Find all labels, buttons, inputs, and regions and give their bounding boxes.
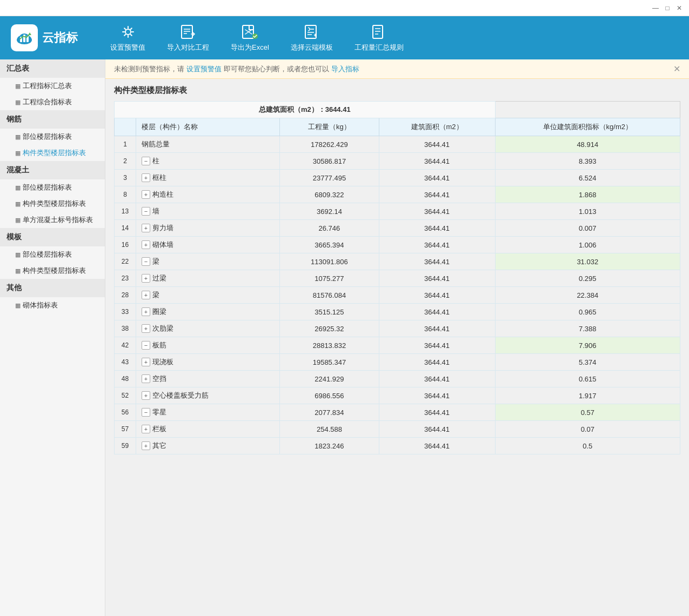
row-area-8: 3644.41 [379,270,495,287]
row-index-13: 5.374 [495,354,680,371]
table-row: 3+框柱23777.4953644.416.524 [115,170,680,186]
excel-icon [241,23,258,41]
table-row: 57+栏板254.5883644.410.07 [115,421,680,438]
row-qty-16: 2077.834 [280,404,379,421]
row-qty-18: 1823.246 [280,438,379,454]
minimize-button[interactable]: — [650,3,661,14]
row-num-9: 28 [115,287,136,304]
expand-button-15[interactable]: + [142,391,150,400]
expand-button-8[interactable]: + [142,274,150,283]
expand-button-5[interactable]: + [142,224,150,232]
row-index-15: 1.917 [495,387,680,404]
row-name-8: +过梁 [136,270,280,287]
sidebar-item-steel-floor[interactable]: ▦ 部位楼层指标表 [0,129,105,145]
expand-button-3[interactable]: + [142,190,150,199]
row-qty-17: 254.588 [280,421,379,438]
sidebar-item-formwork-component[interactable]: ▦ 构件类型楼层指标表 [0,263,105,279]
collapse-button-1[interactable]: − [142,157,150,165]
table-row: 2−柱30586.8173644.418.393 [115,153,680,170]
row-name-18: +其它 [136,438,280,454]
sidebar-item-summary-comprehensive[interactable]: ▦ 工程综合指标表 [0,94,105,110]
data-table: 总建筑面积（m2）：3644.41 楼层（构件）名称 工程量（kg） 建筑面积（… [114,101,680,454]
row-num-2: 3 [115,170,136,186]
alert-close-button[interactable]: ✕ [673,64,680,74]
logo-area: 云指标 [11,24,78,51]
sidebar-item-concrete-floor[interactable]: ▦ 部位楼层指标表 [0,179,105,196]
collapse-button-12[interactable]: − [142,341,150,350]
row-num-12: 42 [115,337,136,354]
row-index-18: 0.5 [495,438,680,454]
alert-link-set-alert[interactable]: 设置预警值 [186,64,222,74]
row-num-3: 8 [115,186,136,203]
sidebar-item-steel-component[interactable]: ▦ 构件类型楼层指标表 [0,145,105,161]
collapse-button-16[interactable]: − [142,408,150,417]
row-num-6: 16 [115,237,136,253]
row-name-5: +剪力墙 [136,220,280,237]
alert-link-import[interactable]: 导入指标 [331,64,359,74]
toolbar: 设置预警值 导入对比工程 导出为Excel [110,23,404,52]
expand-button-6[interactable]: + [142,240,150,249]
table-title: 构件类型楼层指标表 [114,85,680,96]
table-icon-3: ▦ [15,133,21,140]
toolbar-select-template-label: 选择云端模板 [291,43,333,52]
col-header-qty: 工程量（kg） [280,118,379,136]
collapse-button-7[interactable]: − [142,257,150,266]
main-container: 汇总表 ▦ 工程指标汇总表 ▦ 工程综合指标表 钢筋 ▦ 部位楼层指标表 ▦ 构… [0,59,689,616]
table-row: 22−梁113091.8063644.4131.032 [115,253,680,270]
expand-button-9[interactable]: + [142,291,150,299]
row-index-14: 0.615 [495,371,680,387]
table-icon-1: ▦ [15,83,21,90]
row-name-text-16: 零星 [152,407,166,417]
row-name-text-12: 板筋 [152,340,166,350]
toolbar-set-alert[interactable]: 设置预警值 [110,23,145,52]
logo-icon [11,24,38,51]
alert-bar: 未检测到预警指标，请 设置预警值 即可帮您贴心判断，或者您也可以 导入指标 ✕ [105,59,689,79]
close-button[interactable]: ✕ [674,3,685,14]
template-icon [303,23,320,41]
sidebar-item-formwork-floor[interactable]: ▦ 部位楼层指标表 [0,246,105,263]
expand-button-13[interactable]: + [142,358,150,366]
row-name-text-9: 梁 [152,290,159,300]
row-name-9: +梁 [136,287,280,304]
sidebar-item-other-masonry[interactable]: ▦ 砌体指标表 [0,297,105,313]
row-area-12: 3644.41 [379,337,495,354]
col-header-index: 单位建筑面积指标（kg/m2） [495,118,680,136]
row-name-text-6: 砌体墙 [152,240,173,250]
row-name-13: +现浇板 [136,354,280,371]
toolbar-export-excel[interactable]: 导出为Excel [231,23,269,52]
row-name-text-4: 墙 [152,206,159,216]
expand-button-17[interactable]: + [142,425,150,433]
toolbar-select-template[interactable]: 选择云端模板 [291,23,333,52]
expand-button-2[interactable]: + [142,173,150,182]
content-area: 未检测到预警指标，请 设置预警值 即可帮您贴心判断，或者您也可以 导入指标 ✕ … [105,59,689,616]
row-num-7: 22 [115,253,136,270]
table-icon-8: ▦ [15,251,21,258]
row-name-16: −零星 [136,404,280,421]
title-bar: — □ ✕ [0,0,689,16]
svg-rect-5 [23,35,25,42]
expand-button-11[interactable]: + [142,324,150,333]
sidebar-item-concrete-grade[interactable]: ▦ 单方混凝土标号指标表 [0,212,105,228]
row-index-16: 0.57 [495,404,680,421]
row-qty-8: 1075.277 [280,270,379,287]
table-row: 56−零星2077.8343644.410.57 [115,404,680,421]
row-qty-2: 23777.495 [280,170,379,186]
row-name-text-5: 剪力墙 [152,223,173,233]
toolbar-import-compare[interactable]: 导入对比工程 [167,23,209,52]
sidebar-item-summary-project[interactable]: ▦ 工程指标汇总表 [0,78,105,94]
expand-button-10[interactable]: + [142,307,150,316]
row-area-9: 3644.41 [379,287,495,304]
alert-text-2: 即可帮您贴心判断，或者您也可以 [224,64,329,74]
row-name-6: +砌体墙 [136,237,280,253]
row-index-17: 0.07 [495,421,680,438]
sidebar-item-concrete-component[interactable]: ▦ 构件类型楼层指标表 [0,196,105,212]
maximize-button[interactable]: □ [662,3,673,14]
expand-button-14[interactable]: + [142,374,150,383]
row-name-7: −梁 [136,253,280,270]
row-area-7: 3644.41 [379,253,495,270]
toolbar-project-rules[interactable]: 工程量汇总规则 [354,23,404,52]
row-num-4: 13 [115,203,136,220]
collapse-button-4[interactable]: − [142,207,150,216]
expand-button-18[interactable]: + [142,441,150,450]
alert-text-1: 未检测到预警指标，请 [114,64,184,74]
